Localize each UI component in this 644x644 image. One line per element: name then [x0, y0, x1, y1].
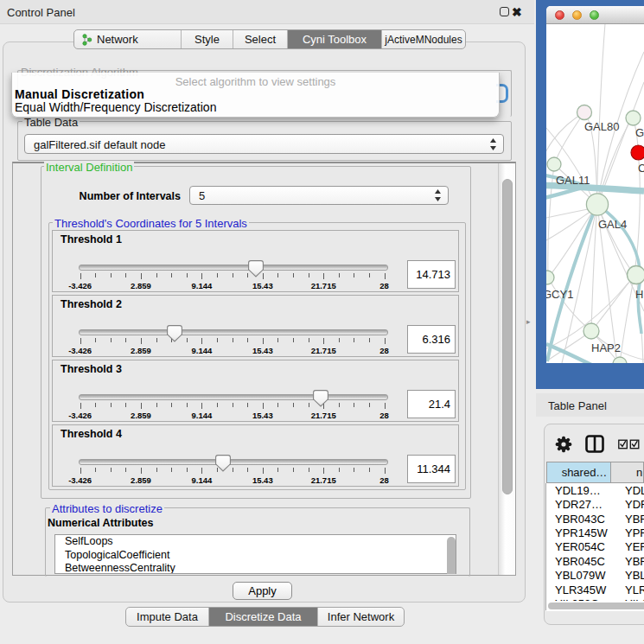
svg-text:GCY1: GCY1 — [546, 288, 573, 301]
svg-text:G: G — [635, 126, 644, 139]
svg-text:C: C — [638, 162, 644, 175]
svg-text:GAL4: GAL4 — [598, 218, 627, 231]
svg-text:H: H — [635, 288, 643, 301]
svg-text:GAL80: GAL80 — [584, 120, 619, 133]
svg-text:HAP2: HAP2 — [591, 341, 621, 354]
svg-text:GAL11: GAL11 — [556, 174, 590, 187]
